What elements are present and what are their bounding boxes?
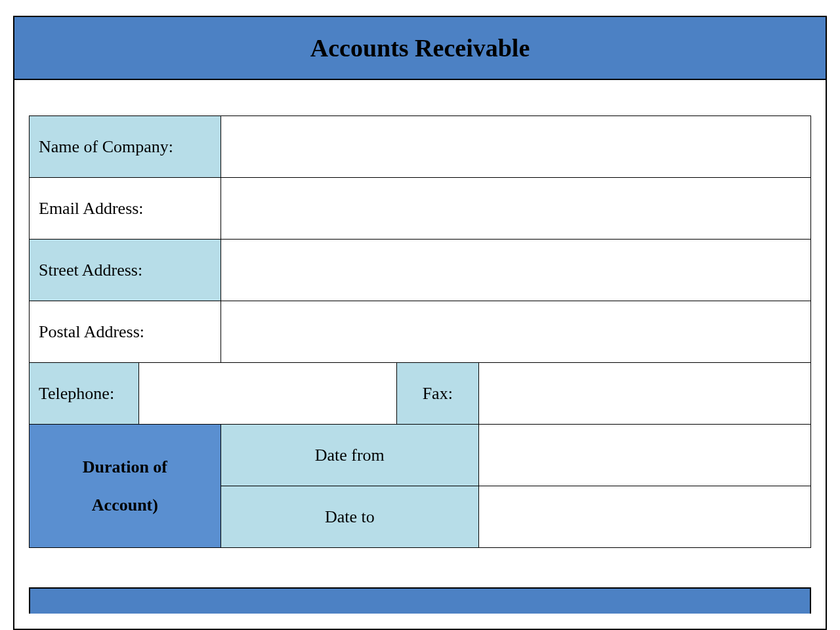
table-row: Street Address: bbox=[30, 240, 811, 301]
duration-label: Duration of Account) bbox=[30, 425, 221, 548]
duration-label-line2: Account) bbox=[92, 495, 158, 514]
table-row: Telephone: Fax: bbox=[30, 363, 811, 425]
fax-field[interactable] bbox=[478, 363, 810, 425]
postal-address-label: Postal Address: bbox=[30, 301, 221, 363]
telephone-field[interactable] bbox=[138, 363, 396, 425]
date-from-field[interactable] bbox=[478, 425, 810, 486]
table-row: Postal Address: bbox=[30, 301, 811, 363]
duration-label-line1: Duration of bbox=[83, 457, 167, 476]
table-row: Duration of Account) Date from bbox=[30, 425, 811, 486]
fax-label: Fax: bbox=[396, 363, 478, 425]
header-bar: Accounts Receivable bbox=[14, 17, 826, 80]
table-row: Email Address: bbox=[30, 178, 811, 240]
date-to-field[interactable] bbox=[478, 486, 810, 548]
footer-bar bbox=[29, 587, 811, 614]
street-address-field[interactable] bbox=[220, 240, 810, 301]
table-row: Name of Company: bbox=[30, 116, 811, 178]
date-to-label: Date to bbox=[220, 486, 478, 548]
email-field[interactable] bbox=[220, 178, 810, 240]
company-name-label: Name of Company: bbox=[30, 116, 221, 178]
date-from-label: Date from bbox=[220, 425, 478, 486]
page-title: Accounts Receivable bbox=[310, 33, 530, 62]
company-name-field[interactable] bbox=[220, 116, 810, 178]
telephone-label: Telephone: bbox=[30, 363, 139, 425]
form-container: Accounts Receivable Name of Company: Ema… bbox=[13, 16, 827, 630]
email-label: Email Address: bbox=[30, 178, 221, 240]
form-table: Name of Company: Email Address: Street A… bbox=[29, 116, 811, 548]
street-address-label: Street Address: bbox=[30, 240, 221, 301]
postal-address-field[interactable] bbox=[220, 301, 810, 363]
form-content: Name of Company: Email Address: Street A… bbox=[14, 80, 826, 548]
